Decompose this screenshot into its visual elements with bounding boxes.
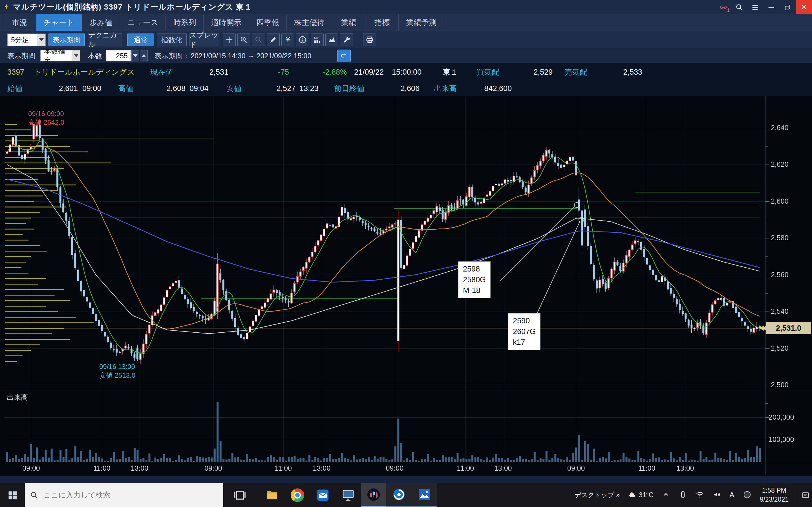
display-period-button[interactable]: 表示期間: [49, 34, 85, 46]
taskbar-clock[interactable]: 1:58 PM 9/23/2021: [760, 486, 789, 504]
spread-button[interactable]: スプレッド: [189, 34, 219, 46]
trading-app-icon[interactable]: [361, 483, 386, 507]
tab-ticks[interactable]: 歩み値: [82, 14, 120, 31]
period-mode-value: 本数指定: [41, 47, 71, 65]
zoom-out-icon[interactable]: [252, 34, 265, 46]
tab-forecast[interactable]: 業績予測: [399, 14, 444, 31]
y-axis-label: 2,620: [771, 160, 789, 168]
tab-benefit[interactable]: 株主優待: [287, 14, 332, 31]
prev-close-value: 2,606: [384, 81, 419, 96]
weather-icon: [628, 491, 637, 499]
crosshair-icon[interactable]: [223, 34, 236, 46]
weather-widget[interactable]: 31°C: [628, 491, 653, 499]
timeframe-select[interactable]: 5分足: [7, 34, 46, 46]
remote-desktop-icon[interactable]: [336, 483, 361, 507]
main-toolbar: 5分足 表示期間 テクニカル 通常 指数化 スプレッド ¥ MY: [0, 31, 812, 48]
range-value: 2021/09/15 14:30 ～ 2021/09/22 15:00: [191, 48, 311, 63]
hidden-icons-chevron[interactable]: [662, 490, 670, 500]
settings-wrench-icon[interactable]: [340, 34, 353, 46]
search-input[interactable]: [43, 490, 212, 500]
search-icon[interactable]: [731, 0, 747, 14]
tab-market[interactable]: 市況: [3, 14, 36, 31]
my-chart-icon[interactable]: MY: [311, 34, 324, 46]
link-icon[interactable]: 1: [716, 0, 731, 14]
x-axis-label: 13:00: [490, 464, 516, 472]
low-annotation: 09/16 13:00 安値 2513.0: [99, 362, 135, 380]
y-axis-label: 2,540: [771, 307, 789, 316]
current-price-tag: 2,531.0: [766, 322, 811, 334]
temperature: 31°C: [639, 491, 653, 499]
mail-app-icon[interactable]: [310, 483, 336, 507]
period-mode-select[interactable]: 本数指定: [40, 50, 80, 61]
restore-button[interactable]: [779, 0, 796, 14]
ask-value: 2,533: [601, 63, 642, 81]
zoom-in-icon[interactable]: [238, 34, 250, 46]
close-button[interactable]: ✕: [796, 0, 812, 14]
tab-news[interactable]: ニュース: [120, 14, 166, 31]
normal-button[interactable]: 通常: [128, 34, 154, 46]
area-chart-icon[interactable]: [325, 34, 338, 46]
quote-row-1: 3397 トリドールホールディングス 現在値 2,531 -75 -2.88% …: [0, 63, 812, 81]
prev-close-label: 前日終値: [334, 81, 364, 96]
bid-label: 買気配: [476, 63, 499, 81]
y-axis-label: 2,600: [771, 197, 789, 205]
x-axis-label: 11:00: [633, 464, 660, 472]
chrome-icon[interactable]: [285, 483, 310, 507]
indexed-button[interactable]: 指数化: [157, 34, 187, 46]
range-label: 表示期間：: [154, 48, 190, 63]
taskbar-search-box[interactable]: [25, 483, 223, 507]
tab-disclosure[interactable]: 適時開示: [204, 14, 249, 31]
ime-icon[interactable]: [743, 490, 751, 500]
volume-panel-title: 出来高: [7, 393, 28, 402]
reset-range-button[interactable]: [337, 50, 351, 62]
bid-value: 2,529: [513, 63, 553, 81]
current-label: 現在値: [150, 63, 173, 81]
x-axis-label: 13:00: [126, 464, 153, 472]
x-axis-label: 11:00: [452, 464, 479, 472]
y-axis-label: 2,500: [771, 381, 789, 389]
signal-box-1: 2598 2580G M-18: [458, 262, 491, 298]
network-icon[interactable]: [696, 490, 704, 500]
open-label: 始値: [7, 81, 22, 96]
chart-region: 09/16 09:00 高値 2642.0 09/16 13:00 安値 251…: [0, 96, 812, 476]
high-annotation: 09/16 09:00 高値 2642.0: [28, 109, 64, 127]
price-chart-canvas[interactable]: [0, 96, 812, 476]
info-icon[interactable]: [296, 34, 309, 46]
app-lightning-icon: [0, 3, 13, 11]
notification-center-button[interactable]: [797, 483, 810, 507]
tab-timeseries[interactable]: 時系列: [166, 14, 204, 31]
speaker-icon[interactable]: [712, 490, 721, 500]
minimize-button[interactable]: ─: [763, 0, 779, 14]
yen-icon[interactable]: ¥: [282, 34, 294, 46]
window-title: マルチツール(個別銘柄) 3397 トリドールホールディングス 東１: [13, 2, 252, 12]
low-label: 安値: [226, 81, 242, 96]
print-icon[interactable]: [363, 34, 376, 46]
draw-pencil-icon[interactable]: [267, 34, 280, 46]
volume-label: 出来高: [434, 81, 457, 96]
photos-app-icon[interactable]: [412, 483, 437, 507]
task-view-button[interactable]: [227, 483, 253, 507]
file-explorer-icon[interactable]: [259, 483, 285, 507]
count-input[interactable]: 255: [106, 50, 131, 61]
start-button[interactable]: [0, 483, 25, 507]
tab-chart[interactable]: チャート: [36, 14, 82, 31]
ime-mode-indicator[interactable]: A: [729, 491, 734, 499]
count-increment-button[interactable]: [140, 50, 148, 61]
tab-earnings[interactable]: 業績: [332, 14, 365, 31]
high-label: 高値: [118, 81, 133, 96]
tab-shikiho[interactable]: 四季報: [249, 14, 287, 31]
system-tray: デスクトップ » 31°C A 1:58 PM 9/23/2021: [574, 483, 812, 507]
count-label: 本数: [88, 48, 102, 63]
x-axis-label: 09:00: [382, 464, 408, 472]
clock-date: 9/23/2021: [760, 495, 789, 504]
x-axis-label: 13:00: [672, 464, 698, 472]
pen-icon[interactable]: [679, 490, 687, 500]
media-app-icon[interactable]: [386, 483, 412, 507]
period-toolbar: 表示期間 本数指定 本数 255 表示期間： 2021/09/15 14:30 …: [0, 48, 812, 63]
desktop-toolbar[interactable]: デスクトップ »: [574, 491, 620, 499]
x-axis-label: 09:00: [18, 464, 44, 472]
count-decrement-button[interactable]: [132, 50, 139, 61]
tab-indicators[interactable]: 指標: [365, 14, 399, 31]
technical-button[interactable]: テクニカル: [88, 34, 122, 46]
menu-icon[interactable]: [747, 0, 763, 14]
